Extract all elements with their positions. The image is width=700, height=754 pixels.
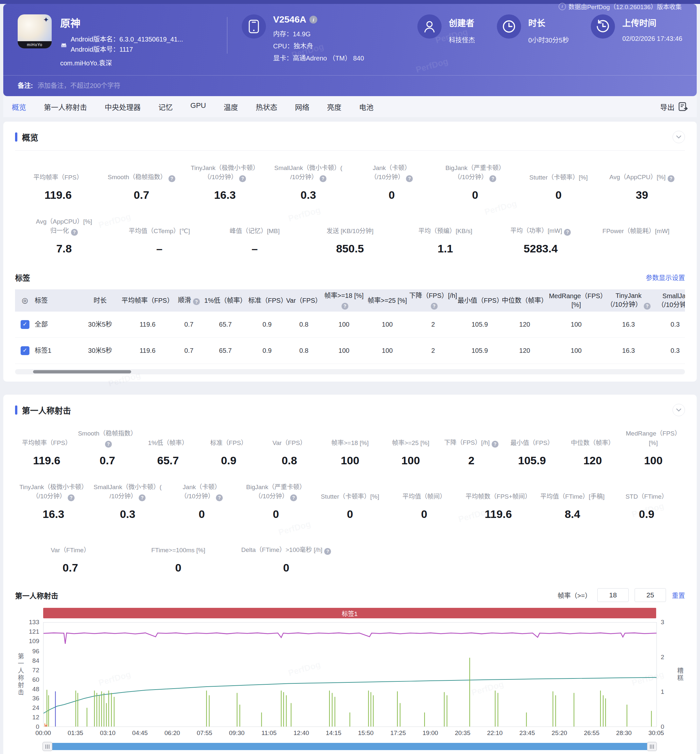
collapse-button[interactable]	[672, 131, 685, 143]
chart-range-slider[interactable]	[43, 742, 656, 751]
eye-column-header[interactable]: ◎	[15, 296, 35, 305]
row-checkbox[interactable]: ✓	[20, 346, 30, 355]
help-icon[interactable]: ?	[564, 229, 571, 236]
horizontal-scrollbar[interactable]	[15, 369, 685, 375]
table-header-row: ◎标签时长平均帧率（FPS）顺滑?1%低（帧率）标准（FPS）Var（FPS）帧…	[15, 289, 685, 312]
x-tick-label: 06:20	[164, 729, 180, 737]
creator-value: 科技怪杰	[449, 35, 475, 44]
fps-max-input[interactable]	[634, 588, 666, 602]
help-icon[interactable]: ?	[105, 441, 112, 448]
slider-handle-right[interactable]	[647, 742, 657, 751]
column-header: 平均帧率（FPS）	[120, 296, 175, 305]
tab-6[interactable]: 温度	[224, 101, 238, 112]
y-tick-label: 3	[661, 619, 664, 626]
fps-metrics-row3: Var（FTime）0.7FTime>=100ms [%]0Delta（FTim…	[15, 523, 685, 577]
x-tick-label: 15:50	[358, 729, 374, 737]
x-tick-label: 14:15	[326, 729, 342, 737]
chart-plot-area[interactable]	[43, 622, 657, 727]
metric-value: 7.8	[16, 242, 111, 256]
metric-label: BigJank（严重卡顿）（/10分钟）?	[433, 162, 517, 182]
row-checkbox[interactable]: ✓	[20, 320, 30, 329]
help-icon[interactable]: ?	[68, 494, 75, 501]
metric: 1%低（帧率）65.7	[138, 428, 198, 468]
x-tick-label: 17:25	[390, 729, 406, 737]
chart-title: 第一人称射击	[15, 590, 58, 600]
tab-10[interactable]: 电池	[359, 101, 373, 112]
row-name: 标签1	[35, 346, 80, 355]
export-button[interactable]: 导出	[660, 101, 688, 112]
eye-icon: ◎	[22, 296, 28, 304]
remark-input[interactable]: 添加备注，不超过200个字符	[38, 80, 120, 90]
header-divider	[227, 17, 227, 54]
help-icon[interactable]: ?	[644, 303, 651, 310]
device-cpu: CPU：独木舟	[273, 40, 364, 52]
metric-label: 下降（FPS）[/h]?	[441, 428, 502, 448]
y-tick-label: 24	[32, 704, 39, 712]
help-icon[interactable]: ?	[193, 298, 200, 305]
row-value: 120	[502, 346, 548, 355]
fps-reset-link[interactable]: 重置	[672, 590, 685, 600]
table-body: ✓全部30米5秒119.60.765.70.90.81001002105.912…	[15, 312, 685, 364]
help-icon[interactable]: ?	[320, 175, 327, 182]
metric: FPower（帧能耗）[mW]	[589, 216, 684, 256]
x-tick-label: 09:30	[229, 729, 245, 737]
help-icon[interactable]: ?	[239, 175, 246, 182]
metric-label: FTime>=100ms [%]	[124, 535, 232, 555]
export-icon	[678, 102, 688, 111]
help-icon[interactable]: ?	[324, 548, 331, 555]
tab-2[interactable]: 第一人称射击	[44, 101, 87, 112]
duration-value: 0小时30分5秒	[528, 35, 569, 44]
help-icon[interactable]: ?	[216, 494, 223, 501]
x-tick-label: 07:55	[197, 729, 212, 737]
metric: 峰值（记忆）[MB]–	[207, 216, 302, 256]
android-code-label: Android版本号：	[71, 46, 119, 53]
y-tick-label: 60	[32, 676, 39, 684]
tab-1[interactable]: 概览	[12, 101, 26, 112]
info-icon[interactable]: i	[559, 3, 566, 10]
column-header: 标准（FPS）	[248, 296, 286, 305]
help-icon[interactable]: ?	[492, 441, 498, 448]
fps-metrics-row1: 平均帧率（FPS）119.6Smooth（稳帧指数）?0.71%低（帧率）65.…	[15, 416, 685, 470]
help-icon[interactable]: ?	[169, 175, 175, 182]
y-tick-label: 12	[32, 714, 39, 721]
help-icon[interactable]: ?	[139, 494, 145, 501]
tab-9[interactable]: 亮度	[327, 101, 342, 112]
help-icon[interactable]: ?	[71, 229, 78, 236]
metric-value: 65.7	[138, 454, 198, 468]
help-icon[interactable]: ?	[406, 175, 413, 182]
help-icon[interactable]: ?	[668, 175, 675, 182]
row-value: 30米5秒	[80, 320, 120, 329]
tab-3[interactable]: 中央处理器	[105, 101, 141, 112]
metric-value: 119.6	[16, 454, 77, 468]
tab-5[interactable]: GPU	[191, 101, 206, 112]
help-icon[interactable]: ?	[290, 494, 297, 501]
tab-4[interactable]: 记忆	[158, 101, 173, 112]
fps-title: 第一人称射击	[22, 404, 71, 416]
collapse-button[interactable]	[672, 404, 685, 416]
row-value: 0.7	[175, 320, 203, 329]
title-accent-bar	[15, 133, 17, 142]
slider-track[interactable]	[43, 743, 656, 750]
y-axis-left-ticks: 13312110996847260483624120	[25, 622, 43, 727]
tab-8[interactable]: 网络	[295, 101, 309, 112]
scrollbar-thumb[interactable]	[33, 370, 131, 373]
metric-label: 平均帧率（FPS）	[16, 162, 100, 182]
android-name-value: 6.3.0_41350619_41...	[119, 36, 183, 43]
perfdog-report-page: ✦ miHoYo 原神 Android版本名：	[0, 0, 700, 754]
help-icon[interactable]: ?	[431, 303, 438, 310]
param-settings-link[interactable]: 参数显示设置	[646, 273, 685, 282]
metric-label: 平均值（FTime）[手稿]	[536, 482, 610, 501]
device-info-icon[interactable]: i	[309, 16, 317, 23]
y-tick-label: 84	[32, 657, 39, 664]
slider-handle-left[interactable]	[42, 742, 52, 751]
row-value: 65.7	[203, 320, 248, 329]
metric-label: Stutter（卡顿率）[%]	[517, 162, 600, 182]
report-header: ✦ miHoYo 原神 Android版本名：	[3, 4, 697, 96]
metric-value	[589, 242, 684, 256]
help-icon[interactable]: ?	[489, 175, 496, 182]
fps-min-input[interactable]	[597, 588, 629, 602]
metric: 平均帧率（FPS）119.6	[16, 162, 100, 202]
creator-label: 创建者	[449, 16, 475, 28]
tab-7[interactable]: 热状态	[256, 101, 277, 112]
help-icon[interactable]: ?	[342, 303, 348, 310]
